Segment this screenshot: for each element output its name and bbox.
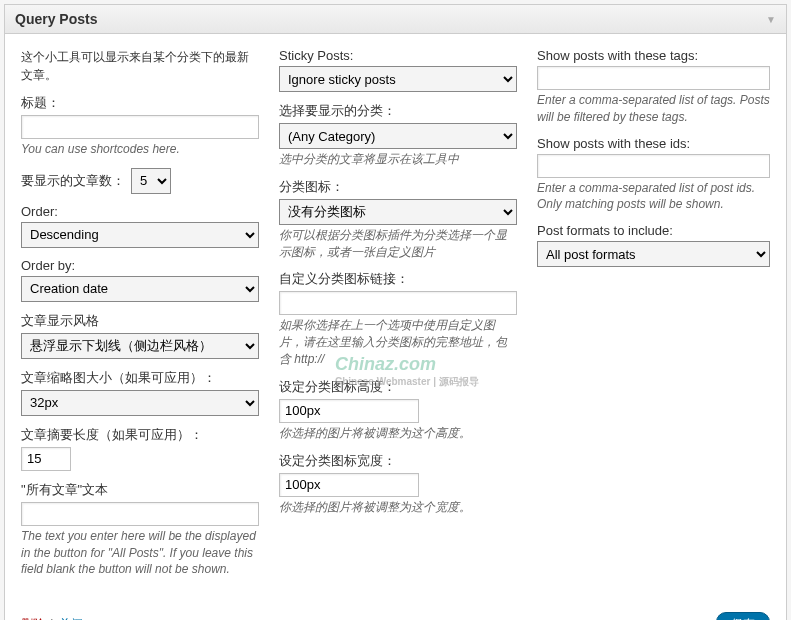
ids-help: Enter a comma-separated list of post ids… (537, 180, 770, 214)
title-input[interactable] (21, 115, 259, 139)
thumb-label: 文章缩略图大小（如果可应用）： (21, 369, 259, 387)
thumb-select[interactable]: 32px (21, 390, 259, 416)
style-select[interactable]: 悬浮显示下划线（侧边栏风格） (21, 333, 259, 359)
orderby-select[interactable]: Creation date (21, 276, 259, 302)
link-input[interactable] (279, 291, 517, 315)
count-label: 要显示的文章数： (21, 172, 125, 190)
excerpt-input[interactable] (21, 447, 71, 471)
ids-input[interactable] (537, 154, 770, 178)
orderby-label: Order by: (21, 258, 259, 273)
widget-body: 这个小工具可以显示来自某个分类下的最新文章。 标题： You can use s… (5, 34, 786, 620)
width-label: 设定分类图标宽度： (279, 452, 517, 470)
icon-help: 你可以根据分类图标插件为分类选择一个显示图标，或者一张自定义图片 (279, 227, 517, 261)
column-middle: Sticky Posts: Ignore sticky posts 选择要显示的… (279, 48, 517, 588)
tags-label: Show posts with these tags: (537, 48, 770, 63)
style-label: 文章显示风格 (21, 312, 259, 330)
formats-select[interactable]: All post formats (537, 241, 770, 267)
collapse-toggle-icon[interactable]: ▼ (766, 14, 776, 25)
category-select[interactable]: (Any Category) (279, 123, 517, 149)
widget-header[interactable]: Query Posts ▼ (5, 5, 786, 34)
allposts-help: The text you enter here will be the disp… (21, 528, 259, 578)
allposts-label: "所有文章"文本 (21, 481, 259, 499)
tags-help: Enter a comma-separated list of tags. Po… (537, 92, 770, 126)
height-help: 你选择的图片将被调整为这个高度。 (279, 425, 517, 442)
tags-input[interactable] (537, 66, 770, 90)
width-input[interactable] (279, 473, 419, 497)
icon-label: 分类图标： (279, 178, 517, 196)
save-button[interactable]: 保存 (716, 612, 770, 620)
height-input[interactable] (279, 399, 419, 423)
control-links: 删除 | 关闭 (21, 616, 83, 620)
sticky-label: Sticky Posts: (279, 48, 517, 63)
order-label: Order: (21, 204, 259, 219)
link-label: 自定义分类图标链接： (279, 270, 517, 288)
height-label: 设定分类图标高度： (279, 378, 517, 396)
title-label: 标题： (21, 94, 259, 112)
widget-footer: 删除 | 关闭 保存 (21, 602, 770, 620)
category-label: 选择要显示的分类： (279, 102, 517, 120)
formats-label: Post formats to include: (537, 223, 770, 238)
width-help: 你选择的图片将被调整为这个宽度。 (279, 499, 517, 516)
excerpt-label: 文章摘要长度（如果可应用）： (21, 426, 259, 444)
order-select[interactable]: Descending (21, 222, 259, 248)
widget-title: Query Posts (15, 11, 97, 27)
link-help: 如果你选择在上一个选项中使用自定义图片，请在这里输入分类图标的完整地址，包含 h… (279, 317, 517, 367)
column-left: 这个小工具可以显示来自某个分类下的最新文章。 标题： You can use s… (21, 48, 259, 588)
icon-select[interactable]: 没有分类图标 (279, 199, 517, 225)
intro-text: 这个小工具可以显示来自某个分类下的最新文章。 (21, 48, 259, 84)
sticky-select[interactable]: Ignore sticky posts (279, 66, 517, 92)
query-posts-widget: Query Posts ▼ 这个小工具可以显示来自某个分类下的最新文章。 标题：… (4, 4, 787, 620)
ids-label: Show posts with these ids: (537, 136, 770, 151)
column-right: Show posts with these tags: Enter a comm… (537, 48, 770, 588)
category-help: 选中分类的文章将显示在该工具中 (279, 151, 517, 168)
allposts-input[interactable] (21, 502, 259, 526)
count-select[interactable]: 5 (131, 168, 171, 194)
title-help: You can use shortcodes here. (21, 141, 259, 158)
